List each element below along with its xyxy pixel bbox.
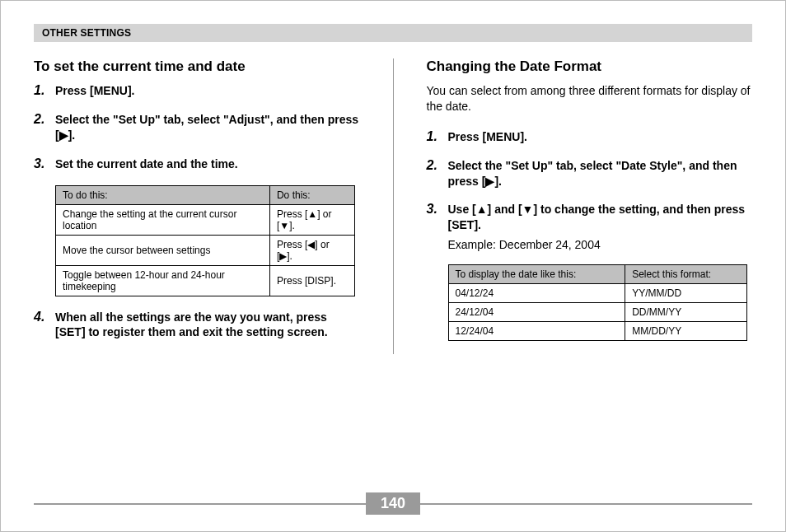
- left-steps: 1. Press [MENU]. 2. Select the "Set Up" …: [34, 83, 360, 172]
- step-number: 3.: [427, 202, 437, 217]
- table-header-row: To do this: Do this:: [56, 185, 355, 204]
- step: 3. Set the current date and the time.: [34, 156, 360, 172]
- left-table: To do this: Do this: Change the setting …: [55, 185, 355, 296]
- table-cell: 12/24/04: [448, 322, 625, 341]
- step-text: Press [MENU].: [55, 83, 360, 99]
- left-steps-cont: 4. When all the settings are the way you…: [34, 310, 360, 341]
- table-cell: MM/DD/YY: [625, 322, 747, 341]
- right-title: Changing the Date Format: [427, 58, 753, 75]
- table-cell: Change the setting at the current cursor…: [56, 204, 270, 235]
- step-text: Select the "Set Up" tab, select "Adjust"…: [55, 112, 360, 143]
- table-row: 24/12/04 DD/MM/YY: [448, 303, 747, 322]
- step: 1. Press [MENU].: [427, 129, 753, 145]
- right-table: To display the date like this: Select th…: [448, 264, 748, 341]
- right-column: Changing the Date Format You can select …: [427, 58, 753, 354]
- table-header-row: To display the date like this: Select th…: [448, 265, 747, 284]
- table-cell: 04/12/24: [448, 284, 625, 303]
- table-cell: 24/12/04: [448, 303, 625, 322]
- left-column: To set the current time and date 1. Pres…: [34, 58, 360, 354]
- step: 3. Use [▲] and [▼] to change the setting…: [427, 202, 753, 251]
- step-text: Set the current date and the time.: [55, 156, 360, 172]
- table-header: Select this format:: [625, 265, 747, 284]
- table-row: Change the setting at the current cursor…: [56, 204, 355, 235]
- page-footer: 140: [34, 492, 752, 515]
- table-row: 04/12/24 YY/MM/DD: [448, 284, 747, 303]
- step: 4. When all the settings are the way you…: [34, 310, 360, 341]
- step-number: 2.: [427, 158, 437, 173]
- table-row: Toggle between 12-hour and 24-hour timek…: [56, 265, 355, 296]
- table-row: 12/24/04 MM/DD/YY: [448, 322, 747, 341]
- step-text: Use [▲] and [▼] to change the setting, a…: [448, 202, 753, 233]
- section-header: OTHER SETTINGS: [34, 24, 752, 42]
- left-title: To set the current time and date: [34, 58, 360, 75]
- footer-rule-left: [34, 503, 366, 505]
- page-number: 140: [366, 492, 420, 515]
- table-cell: Press [▲] or [▼].: [269, 204, 354, 235]
- step-number: 1.: [34, 83, 44, 98]
- table-cell: DD/MM/YY: [625, 303, 747, 322]
- table-header: Do this:: [269, 185, 354, 204]
- step-text: Select the "Set Up" tab, select "Date St…: [448, 158, 753, 189]
- step: 1. Press [MENU].: [34, 83, 360, 99]
- table-cell: Press [◀] or [▶].: [269, 235, 354, 265]
- table-row: Move the cursor between settings Press […: [56, 235, 355, 265]
- step-number: 1.: [427, 129, 437, 144]
- table-header: To do this:: [56, 185, 270, 204]
- footer-rule-right: [420, 503, 752, 505]
- table-cell: Move the cursor between settings: [56, 235, 270, 265]
- content-columns: To set the current time and date 1. Pres…: [34, 58, 752, 354]
- column-divider: [393, 58, 394, 354]
- step: 2. Select the "Set Up" tab, select "Date…: [427, 158, 753, 189]
- step-text: Press [MENU].: [448, 129, 753, 145]
- table-cell: Press [DISP].: [269, 265, 354, 296]
- step-text: When all the settings are the way you wa…: [55, 310, 360, 341]
- table-header: To display the date like this:: [448, 265, 625, 284]
- step: 2. Select the "Set Up" tab, select "Adju…: [34, 112, 360, 143]
- right-intro: You can select from among three differen…: [427, 83, 753, 114]
- step-number: 3.: [34, 156, 44, 171]
- table-cell: YY/MM/DD: [625, 284, 747, 303]
- step-number: 2.: [34, 112, 44, 127]
- step-number: 4.: [34, 310, 44, 324]
- step-example: Example: December 24, 2004: [448, 238, 753, 251]
- right-steps: 1. Press [MENU]. 2. Select the "Set Up" …: [427, 129, 753, 251]
- table-cell: Toggle between 12-hour and 24-hour timek…: [56, 265, 270, 296]
